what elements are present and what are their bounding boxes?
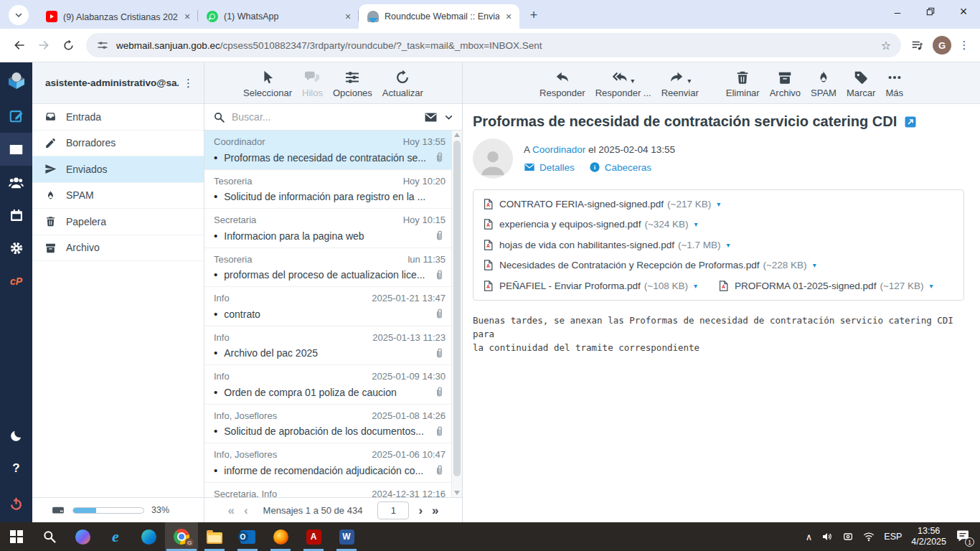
minimize-button[interactable]: – [881, 0, 914, 23]
dark-mode-button[interactable] [0, 419, 32, 452]
rail-item-cpanel[interactable]: cP [0, 265, 32, 298]
volume-icon[interactable] [821, 531, 833, 542]
mail-toolbar-button[interactable]: ▾ Eliminar [721, 62, 765, 103]
attachment-chip[interactable]: PEÑAFIEL - Enviar Proforma.pdf (~108 KB)… [482, 276, 697, 296]
help-button[interactable]: ? [0, 452, 32, 485]
taskbar-copilot-button[interactable] [66, 522, 99, 551]
taskbar-chrome-button[interactable]: G [165, 522, 198, 551]
folder-item[interactable]: Papelera [32, 209, 204, 235]
open-in-new-window-icon[interactable] [904, 116, 917, 128]
toolbar-caret-icon[interactable]: ▾ [631, 77, 634, 85]
bookmark-star-icon[interactable]: ☆ [881, 39, 891, 52]
notification-center-button[interactable]: 1 [956, 529, 971, 545]
rail-item-contacts[interactable] [0, 166, 32, 199]
restore-button[interactable] [914, 0, 947, 23]
toolbar-caret-icon[interactable]: ▾ [687, 77, 691, 85]
compose-button[interactable] [0, 100, 32, 133]
scroll-down-arrow[interactable] [454, 491, 460, 495]
folder-item[interactable]: Borradores [32, 131, 204, 157]
message-row[interactable]: Info 2025-01-09 14:30 • Orden de compra … [204, 365, 451, 405]
attachment-menu-caret-icon[interactable]: ▾ [727, 241, 730, 249]
message-row[interactable]: Secretaria, Info 2024-12-31 12:16 • [204, 483, 451, 498]
attachment-menu-caret-icon[interactable]: ▾ [813, 261, 816, 269]
taskbar-edge-button[interactable] [132, 522, 165, 551]
rail-item-settings[interactable] [0, 232, 32, 265]
list-toolbar-button[interactable]: Seleccionar [238, 62, 297, 103]
folder-item[interactable]: Archivo [32, 235, 204, 262]
mail-toolbar-button[interactable]: ▾ Responder ... [590, 62, 656, 103]
mail-toolbar-button[interactable]: ▾ Archivo [765, 62, 806, 103]
rail-item-mail[interactable] [0, 133, 32, 166]
browser-tab[interactable]: (9) Alabanzas Cristianas 2025 🙏 × [37, 4, 198, 29]
back-button[interactable] [7, 33, 32, 57]
attachment-chip[interactable]: hojas de vida con habilitantes-signed.pd… [482, 235, 730, 255]
browser-profile-avatar[interactable]: G [933, 36, 951, 55]
first-page-button[interactable]: « [227, 504, 234, 517]
browser-tab[interactable]: Roundcube Webmail :: Enviados × [359, 4, 519, 29]
browser-menu-button[interactable]: ⋮ [956, 34, 973, 56]
taskbar-outlook-button[interactable] [231, 522, 264, 551]
reload-button[interactable] [56, 33, 80, 57]
attachment-menu-caret-icon[interactable]: ▾ [694, 282, 697, 290]
folder-item[interactable]: SPAM [32, 183, 204, 209]
new-tab-button[interactable]: + [524, 5, 544, 25]
folder-item[interactable]: Enviados [32, 156, 204, 183]
wifi-icon[interactable] [863, 531, 875, 542]
prev-page-button[interactable]: ‹ [244, 504, 248, 517]
folder-item[interactable]: Entrada [32, 104, 204, 131]
mail-toolbar-button[interactable]: ▾ Reenviar [656, 62, 704, 103]
taskbar-explorer-button[interactable] [198, 522, 231, 551]
message-row[interactable]: Coordinador Hoy 13:55 • Proformas de nec… [204, 131, 451, 170]
list-scrollbar[interactable] [451, 131, 462, 497]
site-info-icon[interactable] [96, 39, 109, 52]
mail-toolbar-button[interactable]: ▾ Responder [534, 62, 590, 103]
attachment-menu-caret-icon[interactable]: ▾ [930, 282, 933, 290]
taskbar-word-button[interactable]: W [330, 522, 363, 551]
mail-toolbar-button[interactable]: ▾ SPAM [806, 62, 842, 103]
tab-search-button[interactable] [9, 5, 29, 25]
message-row[interactable]: Info, Joseflores 2025-01-06 10:47 • info… [204, 443, 451, 483]
search-options-chevron-icon[interactable] [444, 113, 453, 122]
close-button[interactable]: × [947, 0, 980, 23]
last-page-button[interactable]: » [432, 504, 438, 517]
attachment-chip[interactable]: PROFORMA 01-2025-signed.pdf (~127 KB) ▾ [717, 276, 933, 296]
taskbar-firefox-button[interactable] [264, 522, 297, 551]
message-row[interactable]: Secretaria Hoy 10:15 • Informacion para … [204, 209, 451, 248]
scroll-up-arrow[interactable] [454, 133, 460, 137]
rail-item-calendar[interactable] [0, 199, 32, 232]
taskbar-ie-button[interactable]: e [99, 522, 132, 551]
address-bar[interactable]: webmail.sanjuan.gob.ec/cpsess5010882347/… [86, 33, 901, 57]
taskbar-clock[interactable]: 13:56 4/2/2025 [911, 526, 946, 547]
recipient-link[interactable]: Coordinador [532, 144, 585, 155]
tab-close-icon[interactable]: × [341, 10, 354, 23]
taskbar-acrobat-button[interactable]: A [297, 522, 330, 551]
attachment-chip[interactable]: CONTRATO FERIA-signed-signed.pdf (~217 K… [482, 194, 720, 215]
search-input[interactable] [232, 111, 418, 123]
list-toolbar-button[interactable]: Hilos [297, 62, 328, 103]
message-row[interactable]: Info 2025-01-13 11:23 • Archivo del pac … [204, 326, 451, 366]
device-cast-icon[interactable] [842, 531, 854, 542]
tab-close-icon[interactable]: × [181, 10, 194, 23]
mail-toolbar-button[interactable]: ▾ Más [880, 62, 908, 103]
scroll-thumb[interactable] [453, 141, 461, 476]
browser-tab[interactable]: (1) WhatsApp × [198, 4, 359, 29]
attachment-chip[interactable]: Necesidades de Contratación y Recepción … [482, 255, 816, 276]
next-page-button[interactable]: › [418, 504, 423, 517]
tab-close-icon[interactable]: × [502, 10, 515, 23]
message-row[interactable]: Tesoreria lun 11:35 • proformas del proc… [204, 248, 451, 288]
message-row[interactable]: Info, Joseflores 2025-01-08 14:26 • Soli… [204, 405, 451, 444]
message-row[interactable]: Tesoreria Hoy 10:20 • Solicitud de infor… [204, 170, 451, 209]
taskbar-search-button[interactable] [33, 522, 66, 551]
message-row[interactable]: Info 2025-01-21 13:47 • contrato [204, 287, 451, 326]
mail-toolbar-button[interactable]: ▾ Marcar [842, 62, 880, 103]
mail-detail-link[interactable]: Cabeceras [589, 161, 651, 173]
logout-button[interactable] [0, 485, 32, 522]
list-toolbar-button[interactable]: Opciones [328, 62, 377, 103]
attachment-menu-caret-icon[interactable]: ▾ [694, 220, 698, 228]
media-controls-button[interactable] [907, 34, 928, 56]
start-button[interactable] [0, 522, 33, 551]
page-number-input[interactable] [377, 501, 409, 519]
language-indicator[interactable]: ESP [884, 532, 902, 542]
mail-detail-link[interactable]: Detalles [524, 161, 575, 173]
attachment-chip[interactable]: experiencia y equipos-signed.pdf (~324 K… [482, 215, 698, 235]
